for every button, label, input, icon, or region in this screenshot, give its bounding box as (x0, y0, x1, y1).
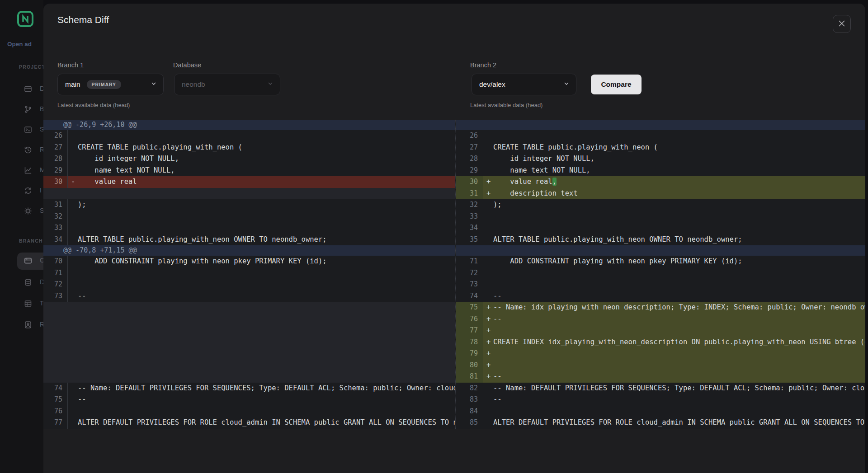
sidebar-item-monitoring[interactable]: M (0, 161, 43, 179)
diff-row: 75-- (43, 394, 455, 406)
hunk-header: @@ -70,8 +71,15 @@ (43, 245, 455, 256)
monitoring-icon (24, 166, 33, 175)
sidebar-item-database[interactable]: D (0, 273, 43, 291)
sidebar-item-roles[interactable]: R (0, 316, 43, 334)
diff-filler-row (43, 325, 455, 337)
tables-icon (24, 299, 33, 308)
sidebar-section-label: PROJECT (19, 64, 43, 70)
diff-marker (483, 222, 493, 234)
code-line: -- (493, 290, 865, 302)
code-line: CREATE TABLE public.playing_with_neon ( (493, 142, 865, 154)
line-number: 77 (456, 325, 483, 337)
line-number: 71 (43, 267, 68, 279)
code-line: id integer NOT NULL, (493, 153, 865, 165)
sidebar-item-branch-overview[interactable]: O (0, 252, 43, 270)
code-line (78, 211, 455, 223)
line-number: 73 (43, 290, 68, 302)
diff-row: 77+ (456, 325, 865, 337)
code-line (493, 130, 865, 142)
diff-row: 82-- Name: DEFAULT PRIVILEGES FOR SEQUEN… (456, 383, 865, 394)
code-line: ALTER TABLE public.playing_with_neon OWN… (493, 234, 865, 246)
integrations-icon (24, 186, 33, 195)
diff-filler-row (43, 302, 455, 314)
diff-row: 84 (456, 406, 865, 417)
code-line: value real, (493, 176, 865, 188)
hunk-header (456, 245, 865, 256)
hunk-header: @@ -26,9 +26,10 @@ (43, 120, 455, 130)
database-icon (24, 278, 33, 287)
diff-marker (68, 142, 78, 154)
line-number: 34 (456, 222, 483, 234)
diff-marker (68, 256, 78, 267)
diff-row: 30- value real (43, 176, 455, 188)
diff-row: 73 (456, 279, 865, 290)
code-line: ALTER TABLE public.playing_with_neon OWN… (78, 234, 455, 246)
line-number: 82 (456, 383, 483, 394)
diff-marker (68, 406, 78, 417)
diff-row: 75+-- Name: idx_playing_with_neon_descri… (456, 302, 865, 314)
line-number: 81 (456, 371, 483, 383)
git-branch-icon (24, 105, 33, 114)
sidebar-item-integrations[interactable]: I (0, 182, 43, 200)
diff-pane-branch1[interactable]: @@ -26,9 +26,10 @@2627CREATE TABLE publi… (43, 120, 455, 429)
diff-row: 30+ value real, (456, 176, 865, 188)
page-title: Schema Diff (57, 14, 109, 25)
diff-marker: - (68, 176, 78, 188)
line-number: 28 (43, 153, 68, 165)
diff-row: 31); (43, 199, 455, 211)
open-admin-link[interactable]: Open ad (7, 41, 43, 47)
diff-marker (68, 234, 78, 246)
line-number: 84 (456, 406, 483, 417)
code-line: description text (493, 188, 865, 200)
sidebar-item-label: R (40, 321, 43, 328)
code-line (493, 222, 865, 234)
close-button[interactable] (833, 15, 851, 33)
diff-marker (483, 165, 493, 177)
diff-marker (483, 234, 493, 246)
database-select[interactable]: neondb (174, 74, 280, 95)
branch1-value: main (65, 80, 80, 89)
line-number: 28 (456, 153, 483, 165)
diff-row: 71 ADD CONSTRAINT playing_with_neon_pkey… (456, 256, 865, 267)
sidebar-item-dashboard[interactable]: D (0, 80, 43, 98)
branch2-select[interactable]: dev/alex (472, 74, 576, 95)
diff-marker (483, 130, 493, 142)
line-number: 71 (456, 256, 483, 267)
code-line (493, 325, 865, 337)
sidebar-item-restore-clock[interactable]: R (0, 141, 43, 159)
diff-pane-branch2[interactable]: 2627CREATE TABLE public.playing_with_neo… (455, 120, 865, 429)
line-number: 76 (456, 314, 483, 325)
sidebar-item-sql-editor[interactable]: S (0, 121, 43, 139)
code-line: ); (493, 199, 865, 211)
line-number: 29 (456, 165, 483, 177)
diff-row: 33 (43, 222, 455, 234)
line-number: 33 (456, 211, 483, 223)
diff-row: 72 (456, 267, 865, 279)
diff-marker (483, 394, 493, 406)
sidebar-item-label: O (40, 257, 43, 264)
sidebar-item-git-branch[interactable]: B (0, 100, 43, 118)
diff-filler-row (43, 371, 455, 383)
code-line: name text NOT NULL, (493, 165, 865, 177)
sidebar-item-label: R (40, 146, 43, 153)
sidebar-item-tables[interactable]: T (0, 295, 43, 313)
compare-button[interactable]: Compare (591, 75, 642, 94)
line-number: 32 (43, 211, 68, 223)
diff-row: 81+-- (456, 371, 865, 383)
settings-gear-icon (24, 206, 33, 215)
code-line (78, 279, 455, 290)
line-number: 26 (456, 130, 483, 142)
diff-row: 27CREATE TABLE public.playing_with_neon … (456, 142, 865, 154)
neon-logo-icon[interactable] (17, 11, 33, 27)
diff-marker (483, 406, 493, 417)
header-divider (43, 49, 865, 49)
sidebar-item-settings-gear[interactable]: S (0, 202, 43, 220)
line-number: 73 (456, 279, 483, 290)
line-number: 79 (456, 348, 483, 360)
code-line: CREATE TABLE public.playing_with_neon ( (78, 142, 455, 154)
diff-row: 26 (456, 130, 865, 142)
schema-diff-viewer[interactable]: @@ -26,9 +26,10 @@2627CREATE TABLE publi… (43, 120, 865, 429)
branch1-select[interactable]: main PRIMARY (57, 74, 164, 95)
sidebar-item-label: S (40, 207, 43, 214)
code-line (493, 348, 865, 360)
